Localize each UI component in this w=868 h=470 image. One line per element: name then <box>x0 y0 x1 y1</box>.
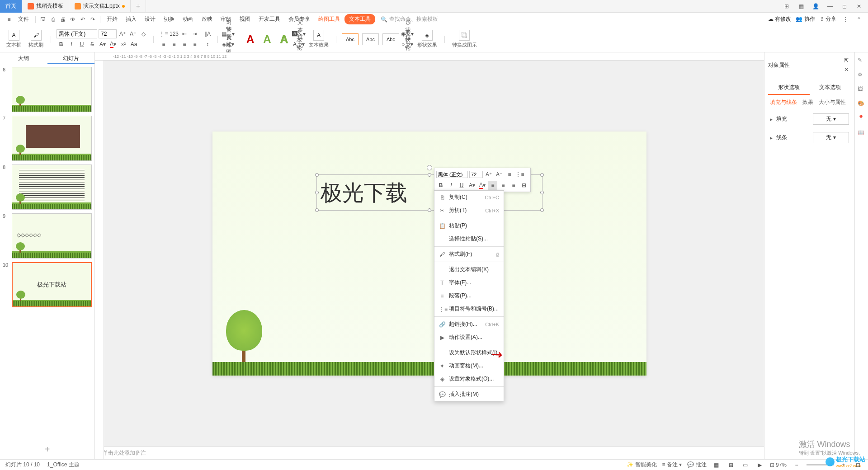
menu-insert[interactable]: 插入 <box>122 14 140 25</box>
clear-format-icon[interactable]: ◇ <box>139 29 148 38</box>
ctx-字体(F)...[interactable]: T字体(F)... <box>434 276 504 289</box>
ctx-设为默认形状样式(I)[interactable]: 设为默认形状样式(I) <box>434 346 504 359</box>
align-center-icon[interactable]: ≡ <box>170 40 179 49</box>
mini-shrink-icon[interactable]: A⁻ <box>495 170 504 179</box>
cloud-pending[interactable]: ☁ 有修改 <box>768 15 791 23</box>
side-settings-icon[interactable]: ⚙ <box>858 71 866 80</box>
tab-file[interactable]: 演示文稿1.pptx <box>69 0 131 13</box>
mini-list-icon[interactable]: ⋮≡ <box>515 170 524 179</box>
handle-tr[interactable] <box>540 173 544 177</box>
zoom-out-icon[interactable]: − <box>792 461 801 470</box>
expand-fill-icon[interactable]: ▸ <box>770 116 773 122</box>
coop-button[interactable]: 👥 协作 <box>796 15 815 23</box>
add-slide-button[interactable]: + <box>0 440 94 459</box>
bullets-icon[interactable]: ⋮≡ <box>159 29 168 38</box>
handle-mr[interactable] <box>540 191 544 194</box>
shape-outline-btn[interactable]: ○ 形状轮廓 ▾ <box>403 40 412 49</box>
format-brush-tool[interactable]: 🖌格式刷 <box>27 30 45 48</box>
ctx-动作设置(A)...[interactable]: ▶动作设置(A)... <box>434 331 504 344</box>
mini-color-icon[interactable]: A▾ <box>478 181 487 190</box>
view-normal-icon[interactable]: ▦ <box>712 461 721 470</box>
ctx-段落(P)...[interactable]: ≡段落(P)... <box>434 289 504 302</box>
mini-highlight-icon[interactable]: A▾ <box>467 181 476 190</box>
user-icon[interactable]: 👤 <box>810 2 821 11</box>
pin-icon[interactable]: ⇱ <box>842 56 851 65</box>
mini-merge-icon[interactable]: ⊟ <box>519 181 528 190</box>
menu-drawtool[interactable]: 绘图工具 <box>315 14 344 25</box>
mini-italic-icon[interactable]: I <box>447 181 456 190</box>
menu-start[interactable]: 开始 <box>103 14 121 25</box>
handle-br[interactable] <box>540 208 544 212</box>
tab-shape-options[interactable]: 形状选项 <box>768 81 810 95</box>
tab-home[interactable]: 首页 <box>0 0 22 13</box>
save-icon[interactable]: 🖫 <box>38 15 47 24</box>
menu-transition[interactable]: 切换 <box>160 14 178 25</box>
rotate-handle[interactable] <box>427 165 432 170</box>
zoom-level[interactable]: ⊡ 97% <box>770 462 787 468</box>
ctx-超链接(H)...[interactable]: 🔗超链接(H)...Ctrl+K <box>434 318 504 331</box>
thumb-7[interactable] <box>12 116 92 161</box>
panel-close-icon[interactable]: ✕ <box>842 65 851 74</box>
side-image-icon[interactable]: 🖼 <box>858 86 866 94</box>
side-pencil-icon[interactable]: ✎ <box>858 57 866 65</box>
italic-icon[interactable]: I <box>67 40 76 49</box>
grow-font-icon[interactable]: A⁺ <box>118 29 127 38</box>
menu-dev[interactable]: 开发工具 <box>255 14 284 25</box>
ctx-复制(C)[interactable]: ⎘复制(C)Ctrl+C <box>434 191 504 204</box>
view-slideshow-icon[interactable]: ▶ <box>755 461 764 470</box>
ctx-选择性粘贴(S)...[interactable]: 选择性粘贴(S)... <box>434 232 504 245</box>
side-book-icon[interactable]: 📖 <box>858 129 866 137</box>
bold-icon[interactable]: B <box>57 40 66 49</box>
shrink-font-icon[interactable]: A⁻ <box>128 29 137 38</box>
side-location-icon[interactable]: 📍 <box>858 115 866 123</box>
mini-align-right-icon[interactable]: ≡ <box>509 181 518 190</box>
notes-bar[interactable]: ≡ 单击此处添加备注 <box>95 446 764 459</box>
ctx-退出文本编辑(X)[interactable]: 退出文本编辑(X) <box>434 263 504 276</box>
menu-slideshow[interactable]: 放映 <box>198 14 216 25</box>
mini-align-left-icon[interactable]: ≡ <box>488 181 497 190</box>
highlight-icon[interactable]: A▾ <box>98 40 107 49</box>
view-sorter-icon[interactable]: ⊞ <box>726 461 736 470</box>
shape-effect-tool[interactable]: ◈形状效果 <box>415 30 439 48</box>
font-color-icon[interactable]: A▾ <box>108 40 118 49</box>
notes-button[interactable]: ≡ 备注 ▾ <box>662 461 682 469</box>
text-style-a3[interactable]: A <box>278 33 291 46</box>
underline-icon[interactable]: U <box>77 40 86 49</box>
saveas-icon[interactable]: ⎙ <box>48 15 57 24</box>
mini-underline-icon[interactable]: U <box>457 181 466 190</box>
shape-style-2[interactable]: Abc <box>362 33 379 45</box>
mini-bold-icon[interactable]: B <box>436 181 445 190</box>
ctx-粘贴(P)[interactable]: 📋粘贴(P) <box>434 219 504 232</box>
strike-icon[interactable]: S̶ <box>88 40 97 49</box>
indent-dec-icon[interactable]: ⇤ <box>180 29 189 38</box>
tab-text-options[interactable]: 文本选项 <box>810 81 851 95</box>
redo-icon[interactable]: ↷ <box>88 15 97 24</box>
tab-template[interactable]: 找稻壳模板 <box>22 0 69 13</box>
file-menu[interactable]: 文件 <box>14 14 33 25</box>
menu-design[interactable]: 设计 <box>141 14 159 25</box>
thumb-9[interactable]: ◇◇◇◇◇◇ <box>12 213 92 258</box>
text-style-a2[interactable]: A <box>260 33 274 46</box>
handle-bc[interactable] <box>428 208 431 212</box>
handle-tl[interactable] <box>315 173 319 177</box>
indent-inc-icon[interactable]: ⇥ <box>190 29 199 38</box>
expand-line-icon[interactable]: ▸ <box>770 135 773 141</box>
collapse-icon[interactable]: ⌃ <box>854 15 863 24</box>
text-direction-icon[interactable]: ↕ <box>203 40 212 49</box>
numbering-icon[interactable]: 123 <box>170 29 179 38</box>
font-select[interactable] <box>57 29 97 38</box>
close-button[interactable]: ✕ <box>854 2 864 11</box>
align-left-icon[interactable]: ≡ <box>159 40 168 49</box>
beautify-button[interactable]: ✨ 智能美化 <box>627 461 656 469</box>
line-select[interactable]: 无 ▾ <box>813 132 849 143</box>
mini-align-center-icon[interactable]: ≡ <box>499 181 508 190</box>
comments-button[interactable]: 💬 批注 <box>687 461 706 469</box>
mini-font-select[interactable] <box>436 171 468 178</box>
convert-diagram-tool[interactable]: ⿻转换成图示 <box>450 30 479 48</box>
slide-canvas[interactable]: 极光下载 A⁺ A⁻ ≡ ⋮≡ B I <box>212 132 646 376</box>
thumb-8[interactable] <box>12 164 92 210</box>
ctx-剪切(T)[interactable]: ✂剪切(T)Ctrl+X <box>434 204 504 217</box>
thumb-10[interactable]: 极光下载站 <box>12 262 92 307</box>
tab-outline[interactable]: 大纲 <box>0 52 47 64</box>
mini-size-select[interactable] <box>469 171 483 178</box>
